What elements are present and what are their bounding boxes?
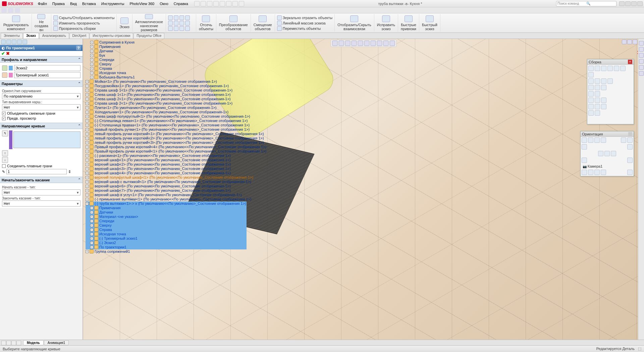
tab-render-tools[interactable]: Инструменты отрисовки [90, 33, 133, 39]
tab-office[interactable]: Продукты Office [133, 33, 164, 39]
vp-2h-icon[interactable] [588, 170, 593, 175]
apply-scene-icon[interactable] [383, 41, 388, 46]
qat-undo-icon[interactable] [220, 1, 225, 6]
tree-node[interactable]: +левый профиль ручки короткий<3> (По умо… [86, 140, 247, 145]
menu-tools[interactable]: Инструменты [99, 2, 127, 6]
asm-icon[interactable] [601, 85, 606, 90]
expand-icon[interactable]: + [90, 233, 93, 236]
pm-section-tangency[interactable]: Начать/закончить касание⌃ [0, 177, 83, 183]
taskpane-custom-props-icon[interactable] [639, 71, 644, 76]
expand-icon[interactable]: + [90, 246, 93, 249]
taskpane-resources-icon[interactable] [639, 41, 644, 46]
flyout-feature-tree[interactable]: +Сопряжения в Кухня+Примечания+Датчики+Б… [86, 40, 247, 254]
orient-icon[interactable] [582, 137, 587, 143]
expand-icon[interactable]: + [86, 250, 89, 253]
tab-first-icon[interactable] [1, 341, 6, 345]
expand-icon[interactable]: + [86, 180, 89, 183]
orient-icon[interactable] [601, 137, 606, 143]
asm-icon[interactable] [607, 78, 613, 84]
guide-add-icon[interactable]: ↰ [2, 130, 8, 136]
tree-node[interactable]: +Спереди [86, 219, 247, 223]
asm-icon[interactable] [601, 78, 606, 84]
guide-count-input[interactable] [6, 169, 67, 174]
asm-icon[interactable] [601, 104, 606, 109]
minimize-icon[interactable] [625, 1, 631, 6]
tree-node[interactable]: +(-) Трехмерный эскиз1 [86, 236, 247, 241]
asm-icon[interactable] [607, 66, 613, 71]
fillet-icon[interactable] [179, 21, 184, 25]
tb-icon-3[interactable] [15, 8, 20, 13]
expand-icon[interactable]: + [90, 211, 93, 214]
rb-change-transparency[interactable]: Изменить прозрачность [53, 20, 100, 26]
assembly-toolbar-panel[interactable]: Сборка× [587, 59, 634, 124]
expand-icon[interactable]: + [86, 124, 89, 127]
expand-icon[interactable]: + [86, 137, 89, 140]
asm-icon[interactable] [595, 91, 600, 97]
expand-icon[interactable]: + [86, 198, 89, 201]
zoom-fit-icon[interactable] [332, 41, 337, 46]
polygon-icon[interactable] [185, 26, 190, 31]
asm-icon[interactable] [588, 85, 594, 90]
panel-pin-icon[interactable] [628, 132, 632, 136]
tree-node[interactable]: +(-) Столешница праваа<1> (По умолчанию<… [86, 123, 247, 127]
asm-icon[interactable] [588, 78, 594, 84]
orient-bottom-icon[interactable] [582, 158, 587, 163]
menu-help[interactable]: Справка [171, 2, 191, 6]
ellipse-icon[interactable] [174, 21, 178, 25]
tree-node[interactable]: +верхний шкаф<1> (По умолчанию<По умолча… [86, 158, 247, 162]
tree-node[interactable]: +правый профиль ручки<1> (По умолчанию<<… [86, 127, 247, 132]
rb-mirror[interactable]: Зеркально отразить объекты [277, 15, 332, 20]
tree-node[interactable]: +(-) раковина<1> (По умолчанию<<По умолч… [86, 154, 247, 158]
menu-edit[interactable]: Правка [50, 2, 67, 6]
rect-icon[interactable] [174, 15, 178, 20]
maximize-icon[interactable] [631, 1, 637, 6]
tree-node[interactable]: +По траектории1 [86, 245, 247, 249]
qat-print-icon[interactable] [213, 1, 219, 6]
tree-node[interactable]: +Спереди [86, 58, 247, 62]
expand-icon[interactable]: + [86, 159, 89, 162]
menu-insert[interactable]: Вставка [79, 2, 99, 6]
tree-node[interactable]: +Справа шкаф 1<1> (По умолчанию<По умолч… [86, 88, 247, 93]
tb-icon-2[interactable] [8, 8, 13, 13]
asm-icon[interactable] [601, 66, 606, 71]
prev-view-icon[interactable] [345, 41, 350, 46]
tab-last-icon[interactable] [16, 341, 21, 345]
tree-node[interactable]: +Примечания [86, 45, 247, 49]
tree-node[interactable]: +(-) Эскиз2 [86, 241, 247, 245]
expand-icon[interactable]: + [86, 119, 89, 122]
guide-listbox[interactable] [13, 131, 80, 148]
tree-node[interactable]: +Исходная точка [86, 232, 247, 236]
tree-node[interactable]: +Группа сопряжений1 [86, 249, 247, 254]
expand-icon[interactable]: + [90, 45, 93, 48]
tree-node[interactable]: +Бобышка-Вытянуть1 [86, 75, 247, 79]
close-icon[interactable] [637, 1, 643, 6]
point-icon[interactable] [185, 21, 190, 25]
tree-node[interactable]: +Справа [86, 66, 247, 71]
rb-move[interactable]: Переместить объекты [277, 26, 321, 31]
help-icon[interactable] [619, 1, 625, 6]
tab-next-icon[interactable] [11, 341, 16, 345]
orient-icon[interactable] [588, 137, 593, 143]
panel-title-bar[interactable]: Сборка× [587, 59, 634, 65]
expand-icon[interactable]: + [90, 224, 93, 227]
expand-icon[interactable]: + [86, 145, 89, 149]
qat-rebuild-icon[interactable] [232, 1, 238, 6]
tree-node[interactable]: +Плита<1> (По умолчанию<По умолчанию_Сос… [86, 106, 247, 110]
tree-node[interactable]: +Сопряжения в Кухня [86, 40, 247, 45]
qat-open-icon[interactable] [201, 1, 206, 6]
expand-icon[interactable]: + [90, 76, 93, 79]
section-view-icon[interactable] [351, 41, 357, 46]
plane-icon[interactable] [174, 26, 178, 31]
expand-icon[interactable]: + [86, 84, 89, 87]
asm-icon[interactable] [614, 66, 619, 71]
hide-show-items-icon[interactable] [370, 41, 376, 46]
tree-node[interactable]: +Справа [86, 228, 247, 232]
pm-property-icon[interactable] [6, 40, 11, 44]
asm-icon[interactable] [588, 98, 594, 103]
tree-node[interactable]: +Исходная точка [86, 71, 247, 75]
asm-icon[interactable] [620, 66, 626, 71]
rb-sketch[interactable]: Эскиз [117, 14, 132, 32]
rb-quick-snaps[interactable]: Быстрые привязки [398, 14, 419, 32]
asm-icon[interactable] [595, 66, 600, 71]
expand-icon[interactable]: + [90, 220, 93, 223]
